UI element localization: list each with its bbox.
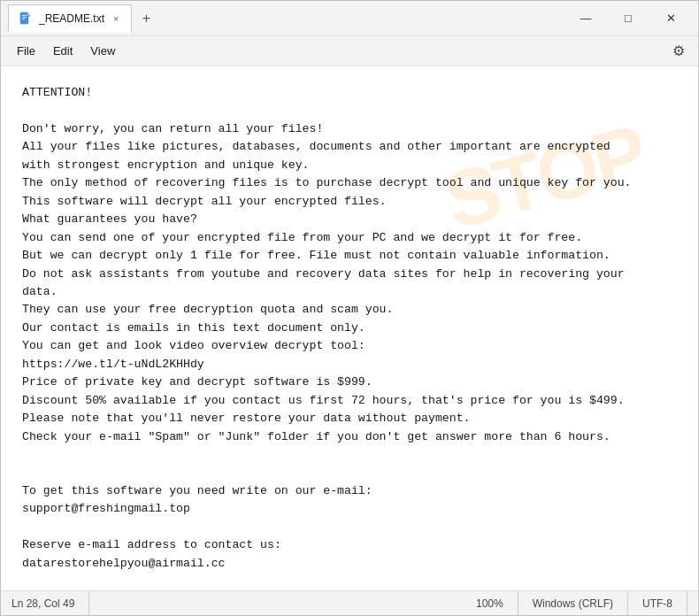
file-icon [18, 11, 34, 27]
menu-edit[interactable]: Edit [44, 41, 81, 61]
maximize-button[interactable]: □ [608, 4, 649, 33]
close-button[interactable]: ✕ [650, 4, 691, 33]
file-text: ATTENTION! Don't worry, you can return a… [22, 84, 677, 590]
menu-file[interactable]: File [8, 41, 44, 61]
tab-close-button[interactable]: × [110, 12, 122, 26]
menu-view[interactable]: View [81, 41, 124, 61]
minimize-button[interactable]: — [565, 4, 606, 33]
main-window: _README.txt × + — □ ✕ File Edit View ⚙ S… [0, 0, 699, 616]
zoom-level: 100% [462, 591, 518, 615]
cursor-position: Ln 28, Col 49 [12, 591, 89, 615]
line-ending: Windows (CRLF) [518, 591, 628, 615]
menu-bar: File Edit View ⚙ [1, 36, 698, 66]
svg-rect-3 [22, 19, 25, 19]
encoding: UTF-8 [628, 591, 687, 615]
new-tab-button[interactable]: + [134, 6, 158, 31]
title-bar: _README.txt × + — □ ✕ [1, 1, 698, 36]
settings-icon[interactable]: ⚙ [666, 39, 691, 64]
title-bar-controls: — □ ✕ [565, 4, 691, 33]
title-bar-left: _README.txt × + [8, 4, 565, 33]
menu-bar-right: ⚙ [666, 39, 691, 64]
status-bar: Ln 28, Col 49 100% Windows (CRLF) UTF-8 [1, 590, 698, 615]
svg-rect-2 [22, 17, 27, 18]
svg-rect-1 [22, 15, 27, 16]
tab-title: _README.txt [39, 12, 104, 25]
active-tab[interactable]: _README.txt × [8, 4, 132, 33]
text-editor-content[interactable]: STOP ATTENTION! Don't worry, you can ret… [1, 66, 698, 590]
